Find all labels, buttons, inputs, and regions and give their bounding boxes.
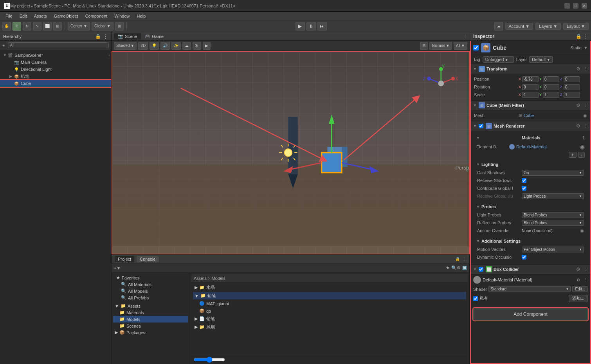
step-button[interactable]: ⏭ [317,22,327,31]
static-dropdown-icon[interactable]: ▼ [584,45,588,50]
collab-btn[interactable]: ☁ [494,22,503,31]
menu-assets[interactable]: Assets [31,13,50,19]
play-button[interactable]: ▶ [296,22,305,31]
layout-button[interactable]: Layout ▼ [563,23,589,30]
all-prefabs[interactable]: 🔍 All Prefabs [113,294,188,301]
scene-snap-btn[interactable]: ⊞ [420,42,428,50]
snap-btn[interactable]: ⊞ [115,22,124,31]
zoom-slider[interactable] [194,358,225,361]
menu-window[interactable]: Window [111,13,133,19]
add-component-button[interactable]: Add Component [473,308,588,321]
hierarchy-cube[interactable]: 📦 Cube [0,80,111,87]
position-y-input[interactable]: 0 [543,76,559,82]
all-models[interactable]: 🔍 All Models [113,288,188,294]
menu-component[interactable]: Component [82,13,110,19]
receive-shadows-checkbox[interactable] [522,178,526,183]
scene-viewport[interactable]: X Y Z Pers [112,51,470,254]
models-folder[interactable]: 📁 Models [113,316,188,323]
pencil-asset[interactable]: ▶ 📄 铅笔 [193,315,466,323]
transform-menu-icon[interactable]: ⋮ [584,67,588,72]
all-dropdown[interactable]: All ▼ [454,42,467,50]
box-collider-menu-icon[interactable]: ⋮ [584,267,588,272]
inspector-lock-icon[interactable]: 🔒 [576,34,582,39]
favorites-btn[interactable]: ★ [446,265,450,270]
lighting-btn[interactable]: 💡 [150,42,159,50]
inspector-menu-icon[interactable]: ⋮ [583,34,588,39]
mesh-filter-header[interactable]: ▼ ⊞ Cube (Mesh Filter) ⚙ ⋮ [470,101,591,110]
hierarchy-pencil[interactable]: ▶ 📦 铅笔 [0,73,111,80]
mesh-filter-gear-icon[interactable]: ⚙ [576,103,580,108]
close-button[interactable]: ✕ [582,3,587,9]
all-materials[interactable]: 🔍 All Materials [113,281,188,288]
fan-folder[interactable]: ▶ 📁 风扇 [193,323,466,331]
audio-btn[interactable]: 🔊 [160,42,170,50]
edit-shader-btn[interactable]: Edit... [572,286,588,292]
tab-scene[interactable]: 📷 Scene [114,33,141,40]
box-collider-gear-icon[interactable]: ⚙ [576,267,580,272]
rotation-z-input[interactable]: 0 [564,84,580,90]
mesh-renderer-menu-icon[interactable]: ⋮ [584,124,588,129]
project-lock-icon[interactable]: 🔒 [455,257,460,261]
position-z-input[interactable]: 0 [564,76,580,82]
rotation-x-input[interactable]: 0 [522,84,539,90]
material-gear-icon[interactable]: ⚙ [577,278,580,283]
menu-help[interactable]: Help [133,13,149,19]
rotation-y-input[interactable]: 0 [543,84,559,90]
crystal-folder[interactable]: ▶ 📁 水晶 [193,284,466,291]
scenes-folder[interactable]: 📁 Scenes [113,323,188,329]
rotate-tool[interactable]: ↻ [23,22,31,31]
tag-dropdown[interactable]: Untagged ▼ [483,56,514,63]
anim-btn[interactable]: ▶ [203,42,211,50]
packages-folder[interactable]: ▶ 📦 Packages [113,329,188,336]
qb-asset[interactable]: 📦 qb [193,308,466,314]
scene-menu-btn[interactable]: ⋮ [463,34,467,38]
scale-x-input[interactable]: 1 [522,92,539,98]
2d-btn[interactable]: 2D [138,42,148,50]
transform-gear-icon[interactable]: ⚙ [576,66,580,72]
move-tool[interactable]: ✛ [13,22,21,31]
hand-tool[interactable]: ✋ [2,22,11,31]
menu-edit[interactable]: Edit [16,13,30,19]
box-collider-enabled[interactable] [479,267,483,272]
light-probes-dropdown[interactable]: Blend Probes ▼ [522,212,584,218]
pause-button[interactable]: ⏸ [306,22,316,31]
scale-y-input[interactable]: 1 [543,92,559,98]
hierarchy-lock-icon[interactable]: 🔒 [95,34,101,39]
transform-header[interactable]: ▼ ⊞ Transform ⚙ ⋮ [470,64,591,74]
center-dropdown[interactable]: Center ▼ [68,22,90,31]
hierarchy-directional-light[interactable]: 💡 Directional Light [0,66,111,73]
motion-vectors-dropdown[interactable]: Per Object Motion ▼ [522,247,584,252]
remove-material-btn[interactable]: - [578,152,585,158]
layers-button[interactable]: Layers ▼ [535,23,561,30]
receive-global-dropdown[interactable]: Light Probes ▼ [522,193,584,199]
scale-z-input[interactable]: 1 [564,92,580,98]
menu-file[interactable]: File [2,13,16,19]
add-material-btn[interactable]: + [569,152,577,158]
maximize-button[interactable]: □ [573,3,578,9]
anchor-pick-icon[interactable]: ◉ [580,228,584,233]
hierarchy-menu-icon[interactable]: ⋮ [103,34,108,39]
project-menu-icon[interactable]: ⋮ [462,257,466,261]
reflection-probes-dropdown[interactable]: Blend Probes ▼ [522,220,584,226]
transform-tool[interactable]: ⊞ [53,22,62,31]
filter-btn[interactable]: ⚙ [457,265,461,270]
position-x-input[interactable]: -5.78 [522,76,539,82]
scene-menu-icon[interactable]: ⋮ [107,53,111,58]
mesh-renderer-enabled[interactable] [479,124,483,128]
skybox-btn[interactable]: ☁ [182,42,191,50]
mesh-renderer-gear-icon[interactable]: ⚙ [576,123,580,129]
minimize-button[interactable]: — [564,3,570,9]
fog-btn[interactable]: 🌫 [193,42,201,50]
project-add-btn[interactable]: +▼ [114,266,121,270]
tab-game[interactable]: 🎮 Game [141,33,168,40]
scale-tool[interactable]: ⤡ [33,22,41,31]
materials-folder[interactable]: 📁 Materials [113,309,188,316]
mesh-filter-menu-icon[interactable]: ⋮ [584,103,588,108]
material-menu-icon[interactable]: ⋮ [584,278,588,283]
object-enabled-checkbox[interactable] [473,45,479,50]
mat-qianbi[interactable]: 🔵 MAT_qianbi [193,300,466,307]
cast-shadows-dropdown[interactable]: On ▼ [522,170,584,176]
hierarchy-scene-root[interactable]: ▼ 🎬 SampleScene* ⋮ [0,52,111,59]
box-collider-header[interactable]: ▼ ⬜ Box Collider ⚙ ⋮ [470,265,591,274]
material-pick-icon[interactable]: ◉ [580,144,585,150]
